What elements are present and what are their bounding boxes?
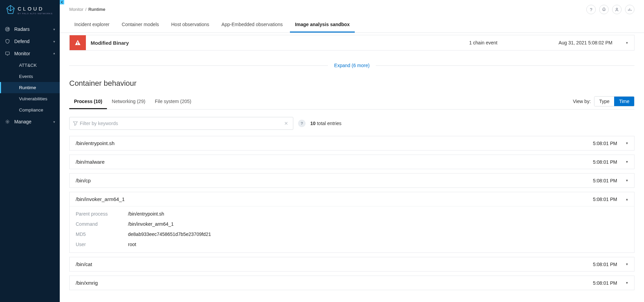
alert-severity-icon: [70, 35, 86, 50]
chevron-down-icon: ▾: [53, 120, 55, 124]
expand-more-row: Expand (6 more): [69, 63, 634, 68]
chevron-down-icon: ▾: [53, 40, 55, 43]
sidebar-sub-runtime[interactable]: Runtime: [0, 82, 60, 93]
process-name: /bin/entrypoint.sh: [76, 140, 114, 146]
svg-rect-5: [77, 42, 78, 43]
sidebar-nav: Radars ▾ Defend ▾ Monitor ▾ ATT&CK Event…: [0, 20, 60, 128]
process-name: /bin/cp: [76, 178, 91, 183]
main-tabs: Incident explorer Container models Host …: [60, 16, 644, 33]
chevron-down-icon: ▾: [626, 41, 628, 45]
sidebar-item-radars[interactable]: Radars ▾: [0, 23, 60, 35]
process-row: /bin/entrypoint.sh 5:08:01 PM ▾: [69, 136, 634, 150]
main-content: Monitor / Runtime ? Incident explorer Co…: [60, 0, 644, 302]
filter-input[interactable]: [78, 119, 283, 127]
header-row: Monitor / Runtime ?: [60, 0, 644, 16]
sidebar-subnav-monitor: ATT&CK Events Runtime Vulnerabilities Co…: [0, 60, 60, 116]
process-row-header[interactable]: /bin/malware 5:08:01 PM ▾: [70, 155, 634, 169]
process-row: /bin/malware 5:08:01 PM ▾: [69, 155, 634, 169]
breadcrumb: Monitor / Runtime: [69, 7, 105, 12]
process-time: 5:08:01 PM: [593, 197, 617, 202]
breadcrumb-parent[interactable]: Monitor: [69, 7, 84, 12]
chevron-down-icon: ▾: [626, 160, 628, 164]
process-name: /bin/xmrig: [76, 280, 98, 286]
filter-help-icon[interactable]: ?: [298, 120, 306, 127]
divider: [69, 65, 328, 66]
detail-value: /bin/invoker_arm64_1: [128, 221, 628, 227]
tab-host-observations[interactable]: Host observations: [166, 18, 214, 33]
shield-icon: [5, 39, 10, 44]
gear-icon: [5, 119, 10, 124]
detail-key: MD5: [76, 231, 120, 237]
btab-networking[interactable]: Networking (29): [107, 95, 150, 109]
btab-process[interactable]: Process (10): [69, 95, 107, 109]
chevron-up-icon: ▾: [53, 52, 55, 56]
expand-more-link[interactable]: Expand (6 more): [328, 63, 375, 68]
process-name: /bin/invoker_arm64_1: [76, 196, 125, 202]
sidebar-collapse-button[interactable]: [60, 0, 64, 4]
brand-logo-text: CLOUD BY PALO ALTO NETWORKS: [18, 6, 53, 15]
process-row-header[interactable]: /bin/invoker_arm64_1 5:08:01 PM ▴: [70, 192, 634, 206]
alert-card[interactable]: Modified Binary 1 chain event Aug 31, 20…: [69, 35, 634, 51]
process-row: /bin/xmrig 5:08:01 PM ▾: [69, 276, 634, 290]
sidebar-item-manage[interactable]: Manage ▾: [0, 116, 60, 128]
clear-filter-button[interactable]: ✕: [283, 120, 290, 127]
sidebar-item-label: Monitor: [14, 51, 30, 56]
process-row-header[interactable]: /bin/xmrig 5:08:01 PM ▾: [70, 276, 634, 290]
view-by-label: View by:: [573, 99, 591, 104]
sidebar-item-monitor[interactable]: Monitor ▾: [0, 47, 60, 60]
filter-box: ✕: [69, 117, 293, 130]
brand-logo[interactable]: CLOUD BY PALO ALTO NETWORKS: [0, 0, 60, 20]
stats-icon[interactable]: [625, 5, 634, 14]
process-row-header[interactable]: /bin/cat 5:08:01 PM ▾: [70, 257, 634, 271]
alert-chain-count: 1 chain event: [469, 40, 497, 45]
filter-row: ✕ ? 10 total entries: [69, 117, 634, 130]
tab-container-models[interactable]: Container models: [117, 18, 164, 33]
process-time: 5:08:01 PM: [593, 141, 617, 146]
divider: [376, 65, 634, 66]
view-by-time[interactable]: Time: [614, 97, 634, 106]
help-icon[interactable]: ?: [586, 5, 596, 14]
tab-app-embedded-observations[interactable]: App-Embedded observations: [216, 18, 288, 33]
btab-file-system[interactable]: File system (205): [150, 95, 196, 109]
process-time: 5:08:01 PM: [593, 178, 617, 183]
header-icons: ?: [586, 5, 634, 14]
view-by-toggle: Type Time: [594, 96, 634, 106]
process-row-header[interactable]: /bin/cp 5:08:01 PM ▾: [70, 174, 634, 187]
sidebar-item-defend[interactable]: Defend ▾: [0, 35, 60, 47]
breadcrumb-current: Runtime: [88, 7, 105, 12]
process-row: /bin/cat 5:08:01 PM ▾: [69, 257, 634, 271]
svg-point-4: [616, 8, 618, 9]
process-row: /bin/invoker_arm64_1 5:08:01 PM ▴ Parent…: [69, 192, 634, 253]
sidebar-item-label: Manage: [14, 119, 32, 124]
detail-value: de8ab933eec7458651d7b5e23709fd21: [128, 231, 628, 237]
view-by-control: View by: Type Time: [573, 95, 634, 109]
detail-key: Command: [76, 221, 120, 227]
process-row: /bin/cp 5:08:01 PM ▾: [69, 173, 634, 188]
radar-icon: [5, 26, 10, 32]
sidebar-sub-events[interactable]: Events: [0, 71, 60, 82]
brand-logo-icon: [6, 5, 15, 16]
sidebar-sub-vulnerabilities[interactable]: Vulnerabilities: [0, 93, 60, 104]
sidebar-item-label: Defend: [14, 39, 30, 44]
process-name: /bin/malware: [76, 159, 105, 165]
process-time: 5:08:01 PM: [593, 159, 617, 165]
tab-image-analysis-sandbox[interactable]: Image analysis sandbox: [290, 18, 355, 33]
detail-value: /bin/entrypoint.sh: [128, 211, 628, 217]
svg-rect-2: [6, 52, 10, 55]
bell-icon[interactable]: [599, 5, 609, 14]
detail-value: root: [128, 242, 628, 247]
chevron-down-icon: ▾: [626, 141, 628, 145]
behaviour-tabs: Process (10) Networking (29) File system…: [69, 95, 634, 109]
filter-icon: [73, 121, 78, 126]
sidebar-sub-compliance[interactable]: Compliance: [0, 104, 60, 116]
user-icon[interactable]: [612, 5, 622, 14]
alert-timestamp: Aug 31, 2021 5:08:02 PM: [558, 40, 612, 45]
sidebar-sub-attck[interactable]: ATT&CK: [0, 60, 60, 71]
breadcrumb-sep: /: [85, 7, 86, 12]
process-time: 5:08:01 PM: [593, 262, 617, 267]
process-name: /bin/cat: [76, 261, 92, 267]
view-by-type[interactable]: Type: [594, 97, 614, 106]
process-row-header[interactable]: /bin/entrypoint.sh 5:08:01 PM ▾: [70, 136, 634, 150]
tab-incident-explorer[interactable]: Incident explorer: [69, 18, 115, 33]
chevron-down-icon: ▾: [626, 178, 628, 183]
